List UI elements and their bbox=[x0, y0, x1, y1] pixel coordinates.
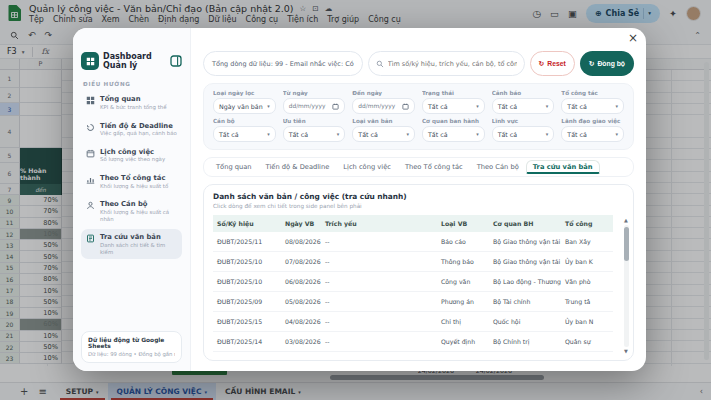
chevron-down-icon: ▾ bbox=[406, 131, 409, 137]
table-row[interactable]: ĐUBT/2025/0905/08/2026--Phương ánBộ Tài … bbox=[213, 292, 613, 312]
tab-tien-do-deadline[interactable]: Tiến độ & Deadline bbox=[259, 160, 337, 174]
screen: Quản lý công việc - Văn bản/Chỉ đạo (Bản… bbox=[0, 0, 711, 400]
nav-section-label: ĐIỀU HƯỚNG bbox=[83, 81, 180, 87]
filter-select[interactable]: Tất cả▾ bbox=[561, 98, 624, 114]
filter-date-input[interactable]: dd/mm/yyyy bbox=[352, 98, 415, 114]
chevron-down-icon: ▾ bbox=[267, 131, 270, 137]
modal-sidebar: Dashboard Quản lý ĐIỀU HƯỚNG Tổng quanKP… bbox=[73, 28, 191, 371]
table-row[interactable]: ĐUBT/2025/1007/08/2026--Thông báoBộ Giao… bbox=[213, 252, 613, 272]
sidebar-item-tien-do-deadline[interactable]: Tiến độ & DeadlineViệc gấp, quá hạn, cản… bbox=[81, 118, 182, 141]
filter-select[interactable]: Tất cả▾ bbox=[352, 126, 415, 142]
sidebar-toggle-icon[interactable] bbox=[170, 55, 182, 67]
search-box[interactable] bbox=[368, 51, 525, 76]
table-row[interactable]: ĐUBT/2025/1504/08/2026--Chỉ thịQuốc hộiỦ… bbox=[213, 312, 613, 332]
table-scrollbar[interactable]: ▲ ▼ bbox=[622, 218, 630, 354]
reset-button[interactable]: ↻ Reset bbox=[530, 51, 575, 76]
data-source-title: Dữ liệu động từ Google Sheets bbox=[88, 337, 175, 349]
table-title: Danh sách văn bản / công việc (tra cứu n… bbox=[213, 192, 624, 201]
filter-select[interactable]: Tất cả▾ bbox=[422, 126, 485, 142]
data-source-sub: Dữ liệu: 99 dòng • Đồng bộ gần nhất: 09:… bbox=[88, 351, 175, 357]
filter-uu-tien: Ưu tiên Tất cả▾ bbox=[283, 118, 346, 142]
filter-tu-ngay: Từ ngày dd/mm/yyyy bbox=[283, 90, 346, 114]
filter-canh-bao: Cảnh báo Tất cả▾ bbox=[492, 90, 555, 114]
dashboard-title: Dashboard Quản lý bbox=[103, 52, 166, 70]
filter-select[interactable]: Tất cả▾ bbox=[492, 126, 555, 142]
scrollbar-track[interactable] bbox=[624, 225, 629, 347]
chevron-down-icon: ▾ bbox=[615, 131, 618, 137]
filter-linh-vuc: Lĩnh vực Tất cả▾ bbox=[492, 118, 555, 142]
filter-select[interactable]: Ngày văn bản▾ bbox=[213, 98, 276, 114]
document-search-icon bbox=[86, 234, 95, 243]
calendar-icon[interactable] bbox=[402, 103, 409, 110]
filter-to-cong-tac: Tổ công tác Tất cả▾ bbox=[561, 90, 624, 114]
sidebar-item-tra-cuu-van-ban[interactable]: Tra cứu văn bảnDanh sách chi tiết & tìm … bbox=[81, 229, 182, 259]
reset-icon: ↻ bbox=[539, 60, 545, 68]
filter-co-quan-ban-hanh: Cơ quan ban hành Tất cả▾ bbox=[422, 118, 485, 142]
filter-select[interactable]: Tất cả▾ bbox=[492, 98, 555, 114]
dashboard-tabs: Tổng quan Tiến độ & Deadline Lịch công v… bbox=[203, 157, 634, 177]
bar-chart-icon bbox=[86, 175, 95, 184]
filter-select[interactable]: Tất cả▾ bbox=[561, 126, 624, 142]
chevron-down-icon: ▾ bbox=[476, 103, 479, 109]
deadline-icon bbox=[86, 123, 95, 132]
search-input[interactable] bbox=[388, 60, 517, 68]
chevron-down-icon: ▾ bbox=[337, 131, 340, 137]
sidebar-item-theo-to-cong-tac[interactable]: Theo Tổ công tácKhối lượng & hiệu suất t… bbox=[81, 170, 182, 193]
sync-button[interactable]: ↻ Đồng bộ bbox=[580, 51, 634, 76]
scroll-up-icon[interactable]: ▲ bbox=[624, 218, 628, 223]
filter-select[interactable]: Tất cả▾ bbox=[422, 98, 485, 114]
filter-lanh-dao-giao-viec: Lãnh đạo giao việc Tất cả▾ bbox=[561, 118, 624, 142]
filter-select[interactable]: Tất cả▾ bbox=[283, 126, 346, 142]
filter-loai-ngay-loc: Loại ngày lọc Ngày văn bản▾ bbox=[213, 90, 276, 114]
sync-icon: ↻ bbox=[589, 60, 595, 68]
tab-tra-cuu-van-ban[interactable]: Tra cứu văn bản bbox=[526, 160, 600, 174]
search-icon bbox=[376, 60, 384, 68]
chevron-down-icon: ▾ bbox=[267, 103, 270, 109]
scrollbar-thumb[interactable] bbox=[624, 227, 629, 261]
calendar-icon bbox=[86, 149, 95, 158]
table-row[interactable]: ĐUBT/2025/1108/08/2026--Báo cáoBộ Giao t… bbox=[213, 232, 613, 252]
tab-lich-cong-viec[interactable]: Lịch công việc bbox=[336, 160, 398, 174]
tab-theo-to-cong-tac[interactable]: Theo Tổ công tác bbox=[398, 160, 470, 174]
table-subtitle: Click dòng để xem chi tiết trong side pa… bbox=[213, 203, 624, 209]
tab-tong-quan[interactable]: Tổng quan bbox=[209, 160, 259, 174]
data-source-card: Dữ liệu động từ Google Sheets Dữ liệu: 9… bbox=[81, 331, 182, 363]
person-icon bbox=[86, 201, 95, 210]
sidebar-item-lich-cong-viec[interactable]: Lịch công việcSố lượng việc theo ngày bbox=[81, 144, 182, 167]
table-row[interactable]: ĐUBT/2025/1403/08/2026--Quyết địnhBộ Chí… bbox=[213, 332, 613, 352]
chevron-down-icon: ▾ bbox=[615, 103, 618, 109]
brand-header: Dashboard Quản lý bbox=[81, 52, 182, 70]
dashboard-logo-icon bbox=[81, 52, 99, 70]
data-summary-pill: Tổng dòng dữ liệu: 99 - Email nhắc việc:… bbox=[203, 51, 363, 76]
sidebar-item-tong-quan[interactable]: Tổng quanKPI & bức tranh tổng thể bbox=[81, 91, 182, 114]
tab-theo-can-bo[interactable]: Theo Cán bộ bbox=[470, 160, 526, 174]
filter-panel: Loại ngày lọc Ngày văn bản▾ Từ ngày dd/m… bbox=[203, 83, 634, 150]
sidebar-item-theo-can-bo[interactable]: Theo Cán bộKhối lượng & hiệu suất cá nhâ… bbox=[81, 196, 182, 226]
filter-den-ngay: Đến ngày dd/mm/yyyy bbox=[352, 90, 415, 114]
filter-date-input[interactable]: dd/mm/yyyy bbox=[283, 98, 346, 114]
modal-main: Tổng dòng dữ liệu: 99 - Email nhắc việc:… bbox=[191, 28, 646, 371]
filter-loai-van-ban: Loại văn bản Tất cả▾ bbox=[352, 118, 415, 142]
chevron-down-icon: ▾ bbox=[546, 103, 549, 109]
table-row[interactable]: ĐUBT/2025/1006/08/2026--Công vănBộ Lao đ… bbox=[213, 272, 613, 292]
documents-table: Số/Ký hiệu Ngày VB Trích yếu Loại VB Cơ … bbox=[213, 215, 613, 354]
filter-select[interactable]: Tất cả▾ bbox=[213, 126, 276, 142]
calendar-icon[interactable] bbox=[332, 103, 339, 110]
table-header-row: Số/Ký hiệu Ngày VB Trích yếu Loại VB Cơ … bbox=[213, 215, 613, 232]
filter-trang-thai: Trạng thái Tất cả▾ bbox=[422, 90, 485, 114]
scroll-down-icon[interactable]: ▼ bbox=[624, 349, 628, 354]
close-icon[interactable]: × bbox=[628, 32, 638, 44]
filter-can-bo: Cán bộ Tất cả▾ bbox=[213, 118, 276, 142]
dashboard-modal: × Dashboard Quản lý ĐIỀU HƯỚNG Tổng quan… bbox=[73, 28, 646, 371]
document-list-card: Danh sách văn bản / công việc (tra cứu n… bbox=[203, 184, 634, 361]
chevron-down-icon: ▾ bbox=[546, 131, 549, 137]
chevron-down-icon: ▾ bbox=[476, 131, 479, 137]
grid-icon bbox=[86, 96, 95, 105]
